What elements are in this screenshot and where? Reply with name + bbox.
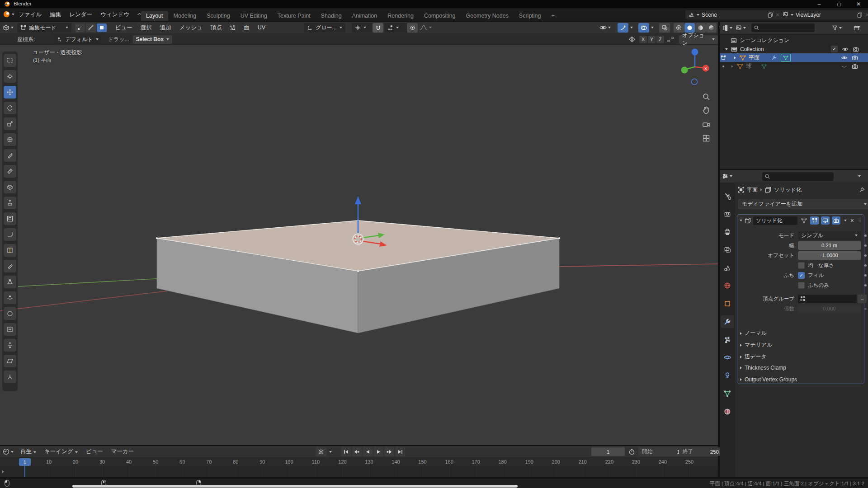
- animate-dot[interactable]: [864, 244, 867, 247]
- visibility-selector[interactable]: [599, 24, 611, 31]
- current-frame-field[interactable]: 1: [591, 447, 625, 456]
- animate-dot[interactable]: [864, 235, 867, 237]
- keying-set-dropdown[interactable]: [327, 451, 334, 453]
- mode-selector[interactable]: シンプル: [798, 231, 861, 240]
- modifier-section-2[interactable]: 辺データ: [740, 353, 767, 361]
- workspace-tab-modeling[interactable]: Modeling: [169, 11, 202, 21]
- menu-3[interactable]: ウィンドウ: [96, 11, 133, 19]
- mode-selector[interactable]: 編集モード: [17, 23, 71, 33]
- editor-type-button[interactable]: [3, 24, 14, 31]
- timeline-menu-3[interactable]: マーカー: [107, 448, 138, 455]
- modifier-extras-dropdown[interactable]: [844, 220, 847, 221]
- invert-vertex-group-button[interactable]: ↔: [858, 295, 867, 303]
- prev-keyframe-button[interactable]: [352, 447, 362, 456]
- modifier-section-4[interactable]: Output Vertex Groups: [740, 376, 797, 383]
- animate-dot[interactable]: [864, 264, 867, 267]
- timeline-ruler[interactable]: 1020304050607080901001101201301401501601…: [0, 457, 718, 467]
- tab-particles[interactable]: [721, 333, 734, 346]
- tab-physics[interactable]: [721, 351, 734, 364]
- camera-view-icon[interactable]: [702, 120, 711, 129]
- select-mode-vertex[interactable]: [75, 23, 85, 32]
- outliner-row-scene-collection[interactable]: シーンコレクション: [720, 36, 868, 45]
- hidden-eye-icon[interactable]: [841, 64, 848, 69]
- measure-tool[interactable]: [4, 165, 16, 178]
- scene-selector[interactable]: Scene ✕: [685, 10, 783, 19]
- shading-material-button[interactable]: [695, 23, 706, 33]
- copy-icon[interactable]: [768, 12, 773, 18]
- menu-0[interactable]: ファイル: [14, 11, 46, 19]
- maximize-button[interactable]: ▢: [829, 0, 849, 8]
- disclosure-icon[interactable]: [734, 56, 736, 59]
- coord-system-selector[interactable]: デフォルト: [54, 35, 101, 44]
- workspace-tab-texture-paint[interactable]: Texture Paint: [273, 11, 316, 21]
- viewport-3d[interactable]: X 編集モード ビュー選択追加メッシュ頂点辺面UV: [0, 22, 718, 445]
- workspace-tab-sculpting[interactable]: Sculpting: [202, 11, 235, 21]
- properties-options-dropdown[interactable]: [858, 175, 861, 177]
- select-mode-face[interactable]: [97, 23, 107, 32]
- display-mode-button[interactable]: [736, 25, 746, 31]
- hide-eye-icon[interactable]: [842, 47, 849, 52]
- even-thickness-checkbox[interactable]: [798, 262, 805, 269]
- shrink-fatten-tool[interactable]: [4, 339, 16, 352]
- next-keyframe-button[interactable]: [384, 447, 394, 456]
- loop-cut-tool[interactable]: [4, 244, 16, 257]
- viewport-menu-2[interactable]: 追加: [156, 24, 175, 32]
- viewport-menu-7[interactable]: UV: [254, 24, 269, 31]
- timeline-menu-1[interactable]: キーイング: [40, 448, 82, 455]
- display-on-cage-toggle[interactable]: [800, 216, 808, 225]
- shear-tool[interactable]: [4, 355, 16, 367]
- tab-modifiers[interactable]: [721, 315, 734, 328]
- disable-render-icon[interactable]: [852, 55, 858, 61]
- timeline-scrollbar[interactable]: [72, 485, 518, 488]
- editor-type-button[interactable]: [722, 25, 732, 31]
- modifier-section-0[interactable]: ノーマル: [740, 329, 767, 337]
- edge-slide-tool[interactable]: [4, 323, 16, 336]
- timeline-menu-2[interactable]: ビュー: [82, 448, 107, 455]
- tab-tool[interactable]: [721, 190, 734, 202]
- viewport-menu-0[interactable]: ビュー: [111, 24, 137, 32]
- pan-view-icon[interactable]: [702, 106, 711, 115]
- snap-toggle[interactable]: [373, 23, 383, 33]
- breadcrumb-modifier[interactable]: ソリッド化: [774, 186, 802, 194]
- pin-icon[interactable]: [859, 187, 865, 193]
- axis-toggle-y[interactable]: Y: [648, 36, 656, 43]
- animate-dot[interactable]: [864, 274, 867, 277]
- delete-modifier-icon[interactable]: ✕: [850, 218, 854, 224]
- exclude-checkbox[interactable]: ✓: [831, 46, 838, 52]
- animate-dot[interactable]: [864, 254, 867, 257]
- width-field[interactable]: 0.21 m: [798, 241, 861, 250]
- tab-object[interactable]: [721, 297, 734, 310]
- properties-editor[interactable]: 平面 ソリッド化 モディファイアーを追加 ソリッド化 ✕ ⠿: [720, 170, 868, 477]
- perspective-toggle-icon[interactable]: [702, 134, 711, 143]
- gizmos-toggle[interactable]: [618, 23, 628, 33]
- remove-icon[interactable]: ✕: [865, 12, 868, 18]
- menu-1[interactable]: 編集: [46, 11, 65, 19]
- disable-render-icon[interactable]: [853, 47, 859, 52]
- shading-solid-button[interactable]: [684, 23, 695, 33]
- breadcrumb-object[interactable]: 平面: [747, 186, 758, 194]
- viewport-menu-3[interactable]: メッシュ: [175, 24, 207, 32]
- copy-icon[interactable]: [857, 12, 863, 18]
- disclosure-icon[interactable]: [725, 48, 728, 50]
- display-render-toggle[interactable]: [832, 216, 840, 225]
- new-collection-button[interactable]: [854, 25, 860, 31]
- close-button[interactable]: ✕: [849, 0, 868, 8]
- viewport-menu-5[interactable]: 辺: [226, 24, 240, 32]
- options-selector[interactable]: オプション: [679, 35, 718, 44]
- tab-material[interactable]: [721, 405, 734, 418]
- shading-wireframe-button[interactable]: [674, 23, 684, 33]
- cursor-tool[interactable]: [4, 70, 16, 83]
- outliner-row-collection[interactable]: Collection ✓: [720, 45, 868, 53]
- bevel-tool[interactable]: [4, 228, 16, 241]
- view-layer-selector[interactable]: ViewLayer ✕: [779, 10, 868, 19]
- tab-scene[interactable]: [721, 262, 734, 274]
- playhead[interactable]: [24, 465, 25, 477]
- display-edit-mode-toggle[interactable]: [810, 216, 819, 225]
- modifier-name-field[interactable]: ソリッド化: [753, 216, 797, 225]
- channel-expand-icon[interactable]: [2, 470, 4, 473]
- timeline-editor[interactable]: 再生キーイングビューマーカー 1 開始 1 終了 250: [0, 446, 718, 477]
- menu-2[interactable]: レンダー: [65, 11, 96, 19]
- properties-search-input[interactable]: [762, 172, 834, 181]
- annotate-tool[interactable]: [4, 149, 16, 162]
- poly-build-tool[interactable]: [4, 276, 16, 288]
